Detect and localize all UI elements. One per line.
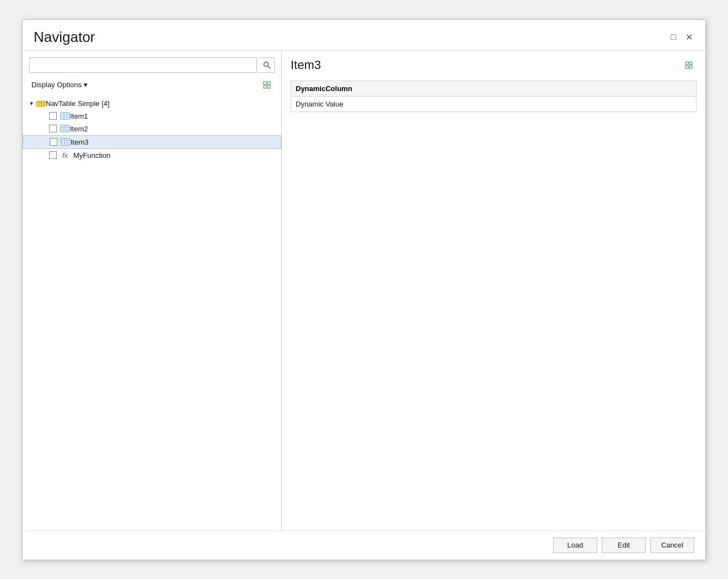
svg-point-0 [264,62,268,66]
close-button[interactable]: ✕ [683,31,694,43]
function-icon: fx [60,151,70,159]
svg-rect-23 [689,62,692,65]
tree-root-item[interactable]: ▼ NavTable Simple [4] [23,97,281,110]
table-icon-item2 [60,125,70,132]
dialog-title: Navigator [34,29,95,46]
title-bar: Navigator □ ✕ [23,20,705,50]
myfunction-checkbox[interactable] [49,151,57,159]
tree-item-item2[interactable]: Item2 [23,123,281,135]
item1-checkbox[interactable] [49,112,57,120]
chevron-down-icon: ▾ [84,81,88,89]
svg-rect-25 [689,66,692,68]
svg-rect-2 [264,82,266,84]
item3-checkbox[interactable] [50,138,57,146]
search-button[interactable] [259,57,275,73]
tree-root-label: NavTable Simple [4] [46,99,110,108]
svg-rect-22 [686,62,688,65]
preview-table: DynamicColumn Dynamic Value [291,81,697,112]
preview-column-header: DynamicColumn [291,81,697,96]
right-panel: Item3 DynamicColumn [282,51,705,530]
minimize-button[interactable]: □ [668,31,679,43]
display-options-button[interactable]: Display Options ▾ [29,79,90,90]
nav-view-button[interactable] [259,77,275,93]
svg-rect-4 [264,86,266,88]
svg-line-1 [267,66,270,68]
item2-label: Item2 [70,125,88,133]
search-icon [263,61,271,69]
item3-label: Item3 [71,138,89,146]
close-icon: ✕ [686,32,693,43]
search-row [23,57,281,73]
preview-view-button[interactable] [681,57,697,73]
minimize-icon: □ [671,32,676,42]
tree-area: ▼ NavTable Simple [4] [23,97,281,530]
svg-rect-12 [61,125,69,132]
svg-rect-24 [686,66,688,68]
tree-item-item1[interactable]: Item1 [23,110,281,123]
title-controls: □ ✕ [668,31,694,43]
dialog-footer: Load Edit Cancel [23,530,705,560]
search-input[interactable] [29,57,257,73]
tree-item-myfunction[interactable]: fx MyFunction [23,149,281,162]
svg-rect-17 [61,139,70,145]
nav-icon [263,81,271,89]
folder-icon [36,99,46,107]
item2-checkbox[interactable] [49,125,57,132]
svg-rect-3 [267,82,270,84]
table-icon-item1 [60,112,70,120]
svg-rect-7 [61,113,69,119]
tree-expand-icon: ▼ [27,100,36,107]
load-button[interactable]: Load [553,538,597,553]
dialog-body: Display Options ▾ ▼ [23,50,705,530]
display-options-label: Display Options [31,81,82,89]
item1-label: Item1 [70,112,88,120]
left-panel: Display Options ▾ ▼ [23,51,282,530]
preview-title: Item3 [291,58,321,72]
toolbar-row: Display Options ▾ [23,77,281,93]
edit-button[interactable]: Edit [602,538,646,553]
myfunction-label: MyFunction [73,151,110,160]
navigator-dialog: Navigator □ ✕ [22,19,706,560]
tree-item-item3[interactable]: Item3 [23,135,281,149]
cancel-button[interactable]: Cancel [650,538,694,553]
preview-cell-dynamic-value: Dynamic Value [291,96,697,111]
preview-table-row: Dynamic Value [291,96,697,111]
preview-nav-icon [684,61,693,70]
right-header: Item3 [291,57,697,73]
table-icon-item3 [61,138,71,146]
svg-rect-5 [267,86,270,88]
